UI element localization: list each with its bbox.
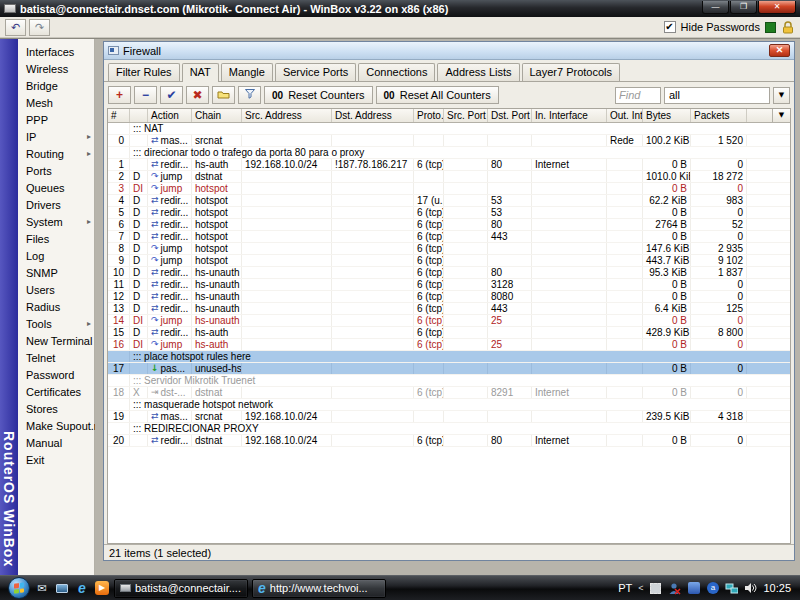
table-row[interactable]: 19⇄mas...srcnat192.168.10.0/24239.5 KiB4… (108, 411, 790, 423)
taskbar-task[interactable]: ehttp://www.techvoi... (252, 579, 386, 598)
sidebar-item-mesh[interactable]: Mesh (18, 94, 94, 111)
column-header[interactable]: Chain (192, 109, 242, 122)
sidebar-item-exit[interactable]: Exit (18, 451, 94, 468)
hide-passwords-checkbox[interactable]: ✔ (664, 21, 676, 33)
column-header[interactable]: Action (148, 109, 192, 122)
column-header[interactable]: Dst. Address (332, 109, 414, 122)
sidebar-item-password[interactable]: Password (18, 366, 94, 383)
table-row[interactable]: 16DI↷jumphs-auth6 (tcp)250 B0 (108, 339, 790, 351)
firewall-close-icon[interactable]: ✕ (769, 44, 790, 57)
table-row[interactable]: 6D⇄redir...hotspot6 (tcp)802764 B52 (108, 219, 790, 231)
clock[interactable]: 10:25 (763, 582, 791, 594)
sidebar-item-make-supout-rif[interactable]: Make Supout.rif (18, 417, 94, 434)
column-header[interactable]: Proto... (414, 109, 444, 122)
show-desktop-icon[interactable] (54, 580, 70, 596)
table-row[interactable]: 17↓pas...unused-hs...0 B0 (108, 363, 790, 375)
table-row[interactable]: 2D↷jumpdstnat1010.0 KiB18 272 (108, 171, 790, 183)
sidebar-item-bridge[interactable]: Bridge (18, 77, 94, 94)
comment-row[interactable]: ::: REDIRECIONAR PROXY (108, 423, 790, 435)
sidebar-item-log[interactable]: Log (18, 247, 94, 264)
sidebar-item-manual[interactable]: Manual (18, 434, 94, 451)
table-row[interactable]: 11D⇄redir...hs-unauth6 (tcp)31280 B0 (108, 279, 790, 291)
sidebar-item-files[interactable]: Files (18, 230, 94, 247)
sidebar-item-telnet[interactable]: Telnet (18, 349, 94, 366)
tray-app-icon[interactable] (649, 582, 662, 595)
tray-a-icon[interactable]: a (706, 582, 719, 595)
sidebar-item-tools[interactable]: Tools▸ (18, 315, 94, 332)
tray-chevron-icon[interactable]: < (638, 583, 643, 593)
sidebar-item-system[interactable]: System▸ (18, 213, 94, 230)
disable-rule-button[interactable]: ✖ (186, 86, 209, 104)
sidebar-item-ports[interactable]: Ports (18, 162, 94, 179)
table-row[interactable]: 12D⇄redir...hs-unauth6 (tcp)80800 B0 (108, 291, 790, 303)
tab-connections[interactable]: Connections (358, 63, 435, 81)
table-row[interactable]: 1⇄redir...hs-auth192.168.10.0/24!187.78.… (108, 159, 790, 171)
sidebar-item-new-terminal[interactable]: New Terminal (18, 332, 94, 349)
tab-service-ports[interactable]: Service Ports (275, 63, 356, 81)
reset-counters-button[interactable]: 00 Reset Counters (264, 86, 373, 104)
tab-layer7-protocols[interactable]: Layer7 Protocols (522, 63, 621, 81)
tab-filter-rules[interactable]: Filter Rules (108, 63, 180, 81)
comment-row[interactable]: ::: masquerade hotspot network (108, 399, 790, 411)
column-header[interactable]: Bytes (643, 109, 691, 122)
table-row[interactable]: 0⇄mas...srcnatRede100.2 KiB1 520 (108, 135, 790, 147)
quicklaunch-mail-icon[interactable]: ✉ (34, 580, 50, 596)
sidebar-item-radius[interactable]: Radius (18, 298, 94, 315)
close-button[interactable]: ✕ (758, 1, 796, 14)
table-row[interactable]: 7D⇄redir...hotspot6 (tcp)4430 B0 (108, 231, 790, 243)
tab-nat[interactable]: NAT (182, 63, 219, 82)
remove-rule-button[interactable]: − (134, 86, 157, 104)
sidebar-item-routing[interactable]: Routing▸ (18, 145, 94, 162)
chain-filter-dropdown-icon[interactable]: ▼ (773, 87, 790, 104)
sidebar-item-interfaces[interactable]: Interfaces (18, 43, 94, 60)
minimize-button[interactable]: — (702, 1, 729, 14)
column-header[interactable]: In. Interface (532, 109, 607, 122)
table-row[interactable]: 10D⇄redir...hs-unauth6 (tcp)8095.3 KiB1 … (108, 267, 790, 279)
table-row[interactable]: 15D⇄redir...hs-auth6 (tcp)428.9 KiB8 800 (108, 327, 790, 339)
table-row[interactable]: 20⇄redir...dstnat192.168.10.0/246 (tcp)8… (108, 435, 790, 447)
chain-filter-select[interactable]: all (664, 87, 770, 104)
sidebar-item-snmp[interactable]: SNMP (18, 264, 94, 281)
table-row[interactable]: 3DI↷jumphotspot0 B0 (108, 183, 790, 195)
enable-rule-button[interactable]: ✔ (160, 86, 183, 104)
column-header[interactable]: Dst. Port (488, 109, 532, 122)
add-rule-button[interactable]: + (108, 86, 131, 104)
table-row[interactable]: 8D↷jumphotspot6 (tcp)147.6 KiB2 935 (108, 243, 790, 255)
media-player-icon[interactable]: ▶ (94, 580, 110, 596)
reset-all-counters-button[interactable]: 00 Reset All Counters (376, 86, 499, 104)
table-row[interactable]: 9D↷jumphotspot6 (tcp)443.7 KiB9 102 (108, 255, 790, 267)
table-row[interactable]: 13D⇄redir...hs-unauth6 (tcp)4436.4 KiB12… (108, 303, 790, 315)
table-row[interactable]: 14DI↷jumphs-unauth6 (tcp)250 B0 (108, 315, 790, 327)
table-row[interactable]: 4D⇄redir...hotspot17 (u...5362.2 KiB983 (108, 195, 790, 207)
sidebar-item-queues[interactable]: Queues (18, 179, 94, 196)
sidebar-item-stores[interactable]: Stores (18, 400, 94, 417)
sidebar-item-drivers[interactable]: Drivers (18, 196, 94, 213)
comment-row[interactable]: ::: place hotspot rules here (108, 351, 790, 363)
internet-explorer-icon[interactable]: e (74, 580, 90, 596)
column-header[interactable]: Src. Port (444, 109, 488, 122)
volume-icon[interactable] (744, 582, 757, 595)
column-header[interactable]: Packets (691, 109, 747, 122)
column-header[interactable]: # (108, 109, 130, 122)
redo-icon[interactable]: ↷ (29, 19, 50, 36)
table-row[interactable]: 18X⇥dst-...dstnat6 (tcp)8291Internet0 B0 (108, 387, 790, 399)
sidebar-item-ppp[interactable]: PPP (18, 111, 94, 128)
find-input[interactable] (615, 87, 661, 104)
column-header[interactable]: Src. Address (242, 109, 332, 122)
comment-row[interactable]: ::: Servidor Mikrotik Truenet (108, 375, 790, 387)
network-icon[interactable] (725, 582, 738, 595)
sidebar-item-ip[interactable]: IP▸ (18, 128, 94, 145)
taskbar-task[interactable]: batista@connectair.... (114, 579, 248, 598)
firewall-titlebar[interactable]: Firewall ✕ (104, 42, 794, 60)
filter-button[interactable] (238, 86, 261, 104)
column-select-icon[interactable]: ▼ (772, 109, 790, 122)
tray-messenger-icon[interactable] (687, 582, 700, 595)
comment-row[interactable]: ::: NAT (108, 123, 790, 135)
sidebar-item-wireless[interactable]: Wireless (18, 60, 94, 77)
tab-address-lists[interactable]: Address Lists (437, 63, 519, 81)
sidebar-item-certificates[interactable]: Certificates (18, 383, 94, 400)
comment-button[interactable] (212, 86, 235, 104)
maximize-button[interactable]: ❐ (730, 1, 757, 14)
tray-offline-user-icon[interactable] (668, 582, 681, 595)
table-row[interactable]: 5D⇄redir...hotspot6 (tcp)530 B0 (108, 207, 790, 219)
